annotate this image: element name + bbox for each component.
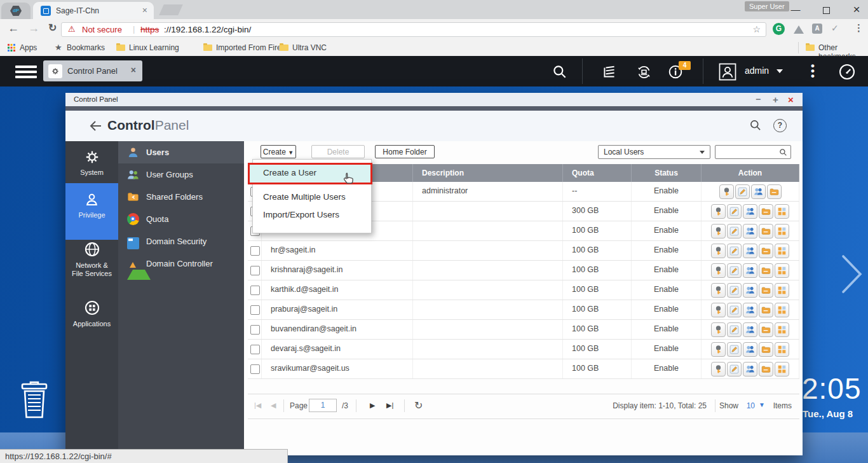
user-type-select[interactable]: Local Users [598,145,710,159]
control-panel-tab[interactable]: Control Panel × [43,60,142,81]
password-action-icon[interactable] [711,362,726,377]
admin-username[interactable]: admin [745,66,769,76]
edit-action-icon[interactable] [727,224,742,238]
apps-shortcut[interactable]: Apps [20,43,37,52]
check-extension-icon[interactable]: ✓ [831,23,839,33]
row-checkbox[interactable] [248,280,262,300]
apps-action-icon[interactable] [775,283,789,298]
row-checkbox[interactable] [248,359,262,378]
caret-down-icon[interactable]: ▼ [759,401,765,408]
apps-action-icon[interactable] [775,303,789,317]
groups-action-icon[interactable] [743,322,757,337]
pdf-extension-icon[interactable]: A [812,24,822,34]
apps-action-icon[interactable] [775,244,789,258]
folder-action-icon[interactable] [759,263,773,278]
back-arrow-icon[interactable] [90,120,102,132]
folder-action-icon[interactable] [759,204,773,219]
menu-item-import-export-users[interactable]: Import/Export Users [263,210,339,219]
folder-action-icon[interactable] [767,184,782,199]
folder-action-icon[interactable] [759,322,773,337]
row-checkbox[interactable] [248,261,262,280]
password-action-icon[interactable] [711,283,726,298]
edit-action-icon[interactable] [727,263,742,278]
menu-item-domain-security[interactable]: Domain Security [118,230,244,252]
tab-close-icon[interactable]: × [142,5,147,15]
dashboard-gauge-icon[interactable] [837,62,857,81]
last-page-button[interactable]: ▶| [386,401,393,410]
apps-action-icon[interactable] [775,342,789,357]
new-tab-button[interactable] [159,4,183,15]
create-button[interactable]: Create ▼ [261,145,296,158]
folder-action-icon[interactable] [759,342,773,357]
search-icon[interactable] [749,119,762,132]
show-count-select[interactable]: 10 [747,401,755,410]
drive-extension-icon[interactable] [794,25,804,34]
maximize-button[interactable]: + [773,93,778,106]
search-icon[interactable] [552,64,568,80]
groups-action-icon[interactable] [751,184,766,199]
home-folder-button[interactable]: Home Folder [375,145,435,158]
window-close-button[interactable]: × [847,3,866,17]
menu-item-quota[interactable]: Quota [118,208,244,230]
groups-action-icon[interactable] [743,362,757,377]
row-checkbox[interactable] [248,320,262,339]
back-button[interactable]: ← [8,22,19,35]
search-input[interactable] [715,145,791,159]
remote-sync-icon[interactable] [635,64,653,81]
more-options-icon[interactable]: ••• [811,64,815,79]
groups-action-icon[interactable] [743,244,757,258]
apps-action-icon[interactable] [775,362,789,377]
window-minimize-button[interactable]: — [786,3,805,17]
menu-item-create-a-user[interactable]: Create a User [263,168,316,177]
recycle-bin-icon[interactable] [18,380,51,421]
description-header[interactable]: Description [413,164,563,182]
edit-action-icon[interactable] [727,362,742,377]
row-checkbox[interactable] [248,300,262,319]
edit-action-icon[interactable] [727,204,742,219]
apps-action-icon[interactable] [775,204,789,219]
close-button[interactable]: × [788,93,794,106]
next-desktop-chevron-icon[interactable] [841,254,863,294]
apps-action-icon[interactable] [775,322,789,337]
folder-action-icon[interactable] [759,303,773,317]
background-tab[interactable]: dP [1,3,31,19]
grammarly-extension-icon[interactable]: G [773,23,785,35]
groups-action-icon[interactable] [743,342,757,357]
sidebar-item-privilege[interactable]: Privilege [65,183,118,240]
menu-item-user-groups[interactable]: User Groups [118,163,244,186]
next-page-button[interactable]: ▶ [370,401,375,410]
menu-item-domain-controller[interactable]: Domain Controller [118,252,244,275]
bookmark-folder-ultravnc[interactable]: Ultra VNC [292,43,327,52]
refresh-button[interactable]: ↻ [48,22,57,34]
edit-action-icon[interactable] [727,244,742,258]
password-action-icon[interactable] [711,342,726,357]
groups-action-icon[interactable] [743,283,757,298]
menu-item-shared-folders[interactable]: Shared Folders [118,186,244,208]
folder-action-icon[interactable] [759,362,773,377]
menu-item-create-multiple-users[interactable]: Create Multiple Users [263,192,346,202]
apps-action-icon[interactable] [775,263,789,278]
browser-menu-icon[interactable]: ⋮ [854,22,864,34]
password-action-icon[interactable] [719,184,734,199]
folder-action-icon[interactable] [759,283,773,298]
active-tab[interactable]: Sage-IT-Chn × [33,2,154,19]
user-avatar-icon[interactable] [718,62,737,81]
background-tasks-icon[interactable] [601,64,618,80]
admin-caret-icon[interactable] [776,69,783,73]
edit-action-icon[interactable] [727,283,742,298]
groups-action-icon[interactable] [743,224,757,238]
edit-action-icon[interactable] [727,322,742,337]
forward-button[interactable]: → [28,22,39,35]
sidebar-item-system[interactable]: System [65,144,118,188]
minimize-button[interactable]: − [756,93,761,106]
password-action-icon[interactable] [711,303,726,317]
folder-action-icon[interactable] [759,224,773,238]
row-checkbox[interactable] [248,340,262,359]
delete-button[interactable]: Delete [311,145,365,158]
apps-action-icon[interactable] [775,224,789,238]
address-bar[interactable]: ⚠ Not secure | https ://192.168.1.22/cgi… [61,22,766,37]
password-action-icon[interactable] [711,263,726,278]
bookmark-folder-linux[interactable]: Linux Learning [129,43,179,52]
sidebar-item-applications[interactable]: Applications [65,299,118,343]
folder-action-icon[interactable] [759,244,773,258]
